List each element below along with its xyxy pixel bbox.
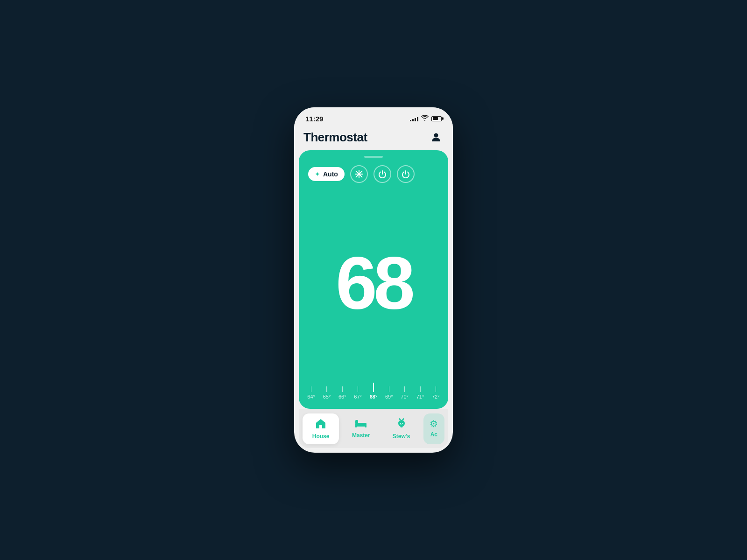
svg-point-9 [362,174,363,175]
svg-point-7 [359,177,359,178]
nav-stews[interactable]: Stew's [383,413,419,444]
svg-point-17 [402,423,403,424]
app-title: Thermostat [303,130,367,145]
house-icon [315,418,326,431]
nav-master-label: Master [352,432,370,439]
tick-69: 69° [381,386,397,399]
svg-rect-14 [355,426,357,427]
fan-icon: ✦ [315,170,320,178]
svg-point-8 [355,174,356,175]
nav-master[interactable]: Master [343,413,379,444]
status-bar: 11:29 [294,107,453,128]
tick-label-70: 70° [401,394,409,399]
wifi-icon [421,115,429,122]
nav-stews-label: Stew's [393,433,410,440]
tick-71: 71° [412,386,428,399]
svg-point-6 [359,170,359,171]
status-time: 11:29 [305,115,323,123]
bed-icon [355,418,367,430]
half-power-button[interactable] [374,165,391,183]
app-header: Thermostat [294,128,453,150]
tick-label-67: 67° [354,394,362,399]
tick-67: 67° [350,386,366,399]
phone-shell: 11:29 Thermostat [294,107,453,453]
svg-rect-11 [355,420,358,424]
auto-label: Auto [323,170,338,178]
snow-mode-button[interactable] [350,165,368,183]
tick-label-69: 69° [385,394,393,399]
tick-72: 72° [428,386,444,399]
tick-68-active: 68° [366,383,381,399]
temperature-display: 68 [299,183,448,383]
mode-controls: ✦ Auto [299,158,448,183]
svg-rect-15 [365,426,366,427]
svg-point-0 [434,133,438,138]
nav-house[interactable]: House [303,413,339,444]
tick-70: 70° [397,386,412,399]
power-button[interactable] [397,165,415,183]
tick-65: 65° [319,386,334,399]
nav-ac-label: Ac [430,431,437,438]
tick-label-66: 66° [338,394,346,399]
svg-point-16 [400,423,401,424]
thermostat-card: ✦ Auto [299,150,448,409]
tick-label-71: 71° [416,394,424,399]
tick-label-64: 64° [307,394,315,399]
slider-ticks: 64° 65° 66° 67° 68° [299,383,448,399]
nav-house-label: House [312,433,330,440]
temperature-value: 68 [336,245,411,320]
profile-button[interactable] [429,130,444,145]
nav-ac-partial[interactable]: ⚙ Ac [423,413,444,444]
svg-point-5 [358,174,359,175]
cat-icon [396,418,407,431]
auto-button[interactable]: ✦ Auto [308,167,345,181]
tick-label-68: 68° [370,394,378,399]
tick-label-65: 65° [323,394,331,399]
battery-icon [431,116,442,121]
tick-66: 66° [335,386,350,399]
ac-icon: ⚙ [430,418,438,429]
tick-label-72: 72° [432,394,440,399]
temperature-slider[interactable]: 64° 65° 66° 67° 68° [299,383,448,409]
status-icons [410,115,442,122]
tick-64: 64° [303,386,319,399]
signal-icon [410,116,418,121]
